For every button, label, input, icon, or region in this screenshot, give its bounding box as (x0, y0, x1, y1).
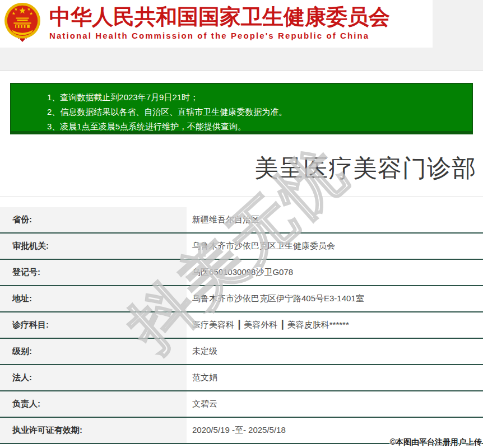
notice-line-3: 3、凌晨1点至凌晨5点系统进行维护，不能提供查询。 (47, 119, 472, 134)
field-label: 法人: (0, 365, 187, 390)
site-header: 中华人民共和国国家卫生健康委员会 National Health Commiss… (0, 0, 433, 48)
notice-box: 1、查询数据截止到2023年7月9日21时； 2、信息数据结果以各省、自治区、直… (10, 83, 473, 134)
site-title-cn: 中华人民共和国国家卫生健康委员会 (49, 4, 430, 29)
field-label: 登记号: (0, 260, 187, 285)
table-row: 登记号:乌医6501030098沙卫G078 (0, 260, 483, 286)
table-row: 地址:乌鲁木齐市沙依巴克区伊宁路405号E3-1401室 (0, 286, 483, 312)
table-row: 诊疗科目:医疗美容科 ┃ 美容外科 ┃ 美容皮肤科****** (0, 312, 483, 339)
field-label: 地址: (0, 286, 187, 311)
field-value: 医疗美容科 ┃ 美容外科 ┃ 美容皮肤科****** (187, 312, 483, 338)
field-label: 诊疗科目: (0, 312, 187, 338)
field-label: 级别: (0, 339, 187, 364)
field-value: 乌鲁木齐市沙依巴克区卫生健康委员会 (187, 234, 483, 259)
table-row: 法人:范文娟 (0, 365, 483, 391)
upload-attribution-badge: ©本图由平台注册用户上传 (390, 437, 482, 447)
field-label: 审批机关: (0, 234, 187, 259)
field-label: 省份: (0, 207, 187, 232)
field-value: 乌鲁木齐市沙依巴克区伊宁路405号E3-1401室 (187, 286, 483, 311)
clinic-name-title: 美呈医疗美容门诊部 (254, 152, 476, 185)
table-row: 审批机关:乌鲁木齐市沙依巴克区卫生健康委员会 (0, 234, 483, 260)
header-band: 中华人民共和国国家卫生健康委员会 National Health Commiss… (0, 0, 483, 71)
page: 中华人民共和国国家卫生健康委员会 National Health Commiss… (0, 0, 483, 448)
section-divider (0, 196, 483, 197)
field-value: 文碧云 (187, 391, 483, 417)
field-label: 负责人: (0, 391, 187, 417)
field-value: 范文娟 (187, 365, 483, 390)
notice-line-2: 2、信息数据结果以各省、自治区、直辖市卫生健康委数据为准。 (47, 105, 472, 119)
field-value: 乌医6501030098沙卫G078 (187, 260, 483, 285)
table-row: 负责人:文碧云 (0, 391, 483, 418)
notice-line-1: 1、查询数据截止到2023年7月9日21时； (47, 90, 472, 105)
table-row: 级别:未定级 (0, 339, 483, 365)
field-value: 未定级 (187, 339, 483, 364)
table-row: 省份:新疆维吾尔自治区 (0, 207, 483, 234)
header-text: 中华人民共和国国家卫生健康委员会 National Health Commiss… (49, 4, 430, 40)
site-title-en: National Health Commission of the People… (49, 31, 430, 40)
field-value: 新疆维吾尔自治区 (187, 207, 483, 232)
clinic-info-table: 省份:新疆维吾尔自治区审批机关:乌鲁木齐市沙依巴克区卫生健康委员会登记号:乌医6… (0, 207, 483, 444)
china-national-emblem-icon (3, 2, 41, 46)
field-label: 执业许可证有效期: (0, 418, 187, 443)
